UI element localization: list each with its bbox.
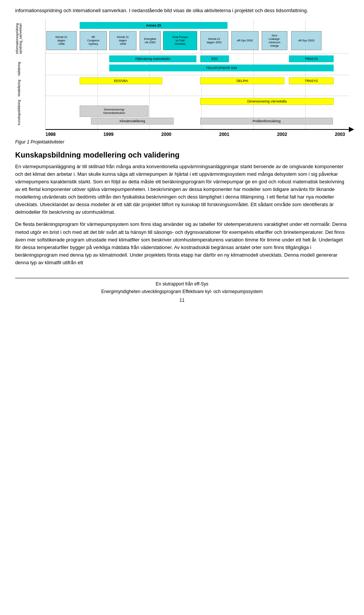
bar-dimensionering-vd: Dimensionering/Värmedistribution [80,106,149,117]
bar-energitek: Energiteknik 2000 [140,31,161,50]
bar-dimensionering-vm: Dimensionering Värmekälla [200,98,334,105]
bar-faltmatning: Fältmätning Katrineholm [109,55,196,62]
paragraph-1: En värmepumpsanläggning är till skillnad… [15,163,349,216]
figure-caption: Figur 1 Projektaktiviteter [15,139,349,145]
hline-2 [46,75,349,75]
footer-line2: Energimyndigheten utvecklingsprogram Eff… [15,288,349,295]
year-2002: 2002 [277,132,287,137]
bar-effsys2002: eff-Sys 2002 [231,31,259,50]
bar-trnsys2: TRNSYS [289,77,334,84]
side-label-info: Informationsspridningspridning_samverkan [15,20,23,58]
footer-line1: En slutrapport från eff-Sys [15,281,349,288]
gantt-chart: Informationsspridningspridning_samverkan… [15,20,349,137]
bar-eed: EED [200,55,229,62]
page-number: 11 [15,297,349,304]
year-2001: 2001 [219,132,229,137]
year-1998: 1998 [46,132,56,137]
bar-klimat21-1999: Klimat 21dagen1999 [109,31,136,50]
intro-paragraph: informationsspridning och internationell… [15,7,349,14]
year-1999: 1999 [104,132,114,137]
bar-klimatmodellering: Klimatmodellering [91,118,174,125]
hline-1 [46,53,349,54]
bar-iir-congress: IIRCongressSydney [80,31,107,50]
timeline-arrow [349,127,354,132]
paragraph-2: De flesta beräkningsprogram för värmepum… [15,221,349,266]
bar-delphi: DELPHI [200,77,284,84]
bar-klimat21-2001: Klimat-21dagen 2001 [200,31,228,50]
side-label-modellering: Modellering [15,77,23,99]
year-2000: 2000 [161,132,171,137]
side-label-kunskapsbildning: Kunskapsbildning [15,99,23,126]
bar-zero-leakage: ZeroLeakage-minimumcharge [262,31,287,50]
hline-3 [46,96,349,96]
bar-trnsys1: TRNSYS [289,55,334,62]
bar-effsys2003: eff-Sys 2003 [291,31,322,50]
bar-tedap: TEDAP/VPW/VP DIM [109,65,334,71]
bar-annex25: Annex 25 [80,22,228,29]
page-footer: En slutrapport från eff-Sys Energimyndig… [15,278,349,304]
bar-heat-pumps: Heat Pumpsin ColdClimates [163,31,197,50]
section-heading: Kunskapsbildning modellering och valider… [15,150,349,160]
year-2003: 2003 [335,132,345,137]
bar-problemformulering: Problemformulering [200,118,333,125]
bar-ees-vba: EES/VBA [80,77,162,84]
bar-klimat21-1998: Klimat 21dagen1998 [46,31,77,50]
